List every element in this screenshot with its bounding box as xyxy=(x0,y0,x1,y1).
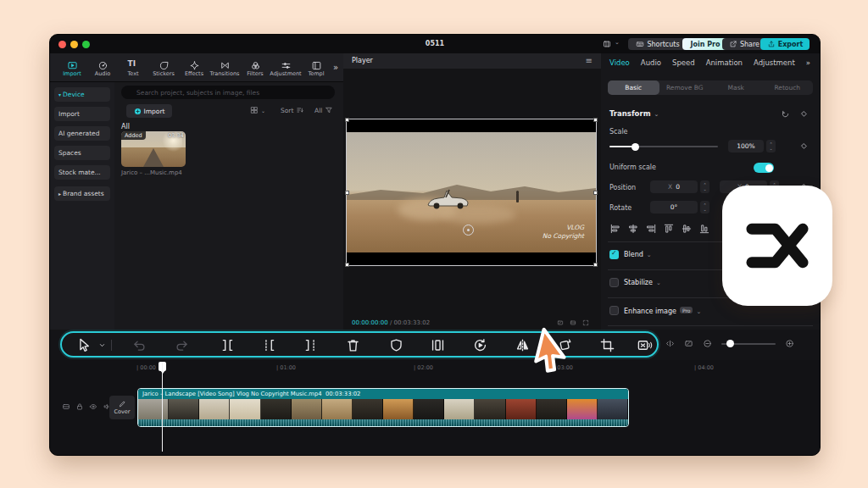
select-tool-dropdown[interactable] xyxy=(97,341,107,350)
inspector-tab-speed[interactable]: Speed xyxy=(672,58,695,67)
inspector-tab-audio[interactable]: Audio xyxy=(641,58,661,67)
select-tool[interactable] xyxy=(75,337,92,353)
nav-tab-audio[interactable]: Audio xyxy=(87,58,118,77)
sidebar-item-ai-generated[interactable]: AI generated xyxy=(54,126,110,141)
selection-handle[interactable] xyxy=(345,118,349,122)
collapse-chevron-icon[interactable]: ⌄ xyxy=(696,308,701,315)
freeze-frame-tool[interactable] xyxy=(430,337,446,353)
player-menu-icon[interactable]: ≡ xyxy=(586,53,593,69)
align-left-icon[interactable] xyxy=(609,223,621,235)
split-tool[interactable] xyxy=(220,337,236,353)
position-x-stepper[interactable]: ⌃⌄ xyxy=(700,180,709,193)
join-pro-button[interactable]: Join Pro xyxy=(682,38,728,50)
sidebar-item-brand-assets[interactable]: ▸Brand assets xyxy=(54,186,110,201)
nav-tab-text[interactable]: TIText xyxy=(118,58,148,77)
sidebar-item-import[interactable]: Import xyxy=(54,107,110,121)
keyframe-diamond-icon[interactable] xyxy=(799,109,809,119)
snap-icon[interactable] xyxy=(665,339,675,348)
ratio-icon[interactable] xyxy=(557,319,564,326)
reset-icon[interactable] xyxy=(781,109,790,119)
rotate-value-box[interactable]: 0° xyxy=(650,201,698,214)
align-top-icon[interactable] xyxy=(663,223,675,235)
scale-stepper[interactable]: ⌃⌄ xyxy=(766,140,776,152)
inspector-more-chevron-icon[interactable]: » xyxy=(806,58,810,67)
rotate-handle[interactable] xyxy=(463,225,474,236)
enhance-image-checkbox[interactable] xyxy=(609,306,619,315)
scale-slider-thumb[interactable] xyxy=(632,143,639,151)
selection-handle[interactable] xyxy=(345,263,349,267)
align-bottom-icon[interactable] xyxy=(698,223,710,235)
shortcuts-button[interactable]: Shortcuts xyxy=(628,38,687,50)
delete-left-tool[interactable] xyxy=(261,337,277,353)
hide-track-icon[interactable] xyxy=(89,402,97,411)
sidebar-item-spaces[interactable]: Spaces xyxy=(54,146,110,160)
export-button[interactable]: Export xyxy=(760,38,810,50)
timeline-video-clip[interactable]: Jarico – Landscape [Video Song] Vlog No … xyxy=(138,389,628,426)
scale-keyframe-icon[interactable] xyxy=(799,141,809,151)
fullscreen-icon[interactable] xyxy=(582,319,589,326)
nav-tab-import[interactable]: Import xyxy=(57,58,87,77)
inspector-tab-video[interactable]: Video xyxy=(609,58,630,67)
zoom-out-icon[interactable] xyxy=(703,339,712,348)
position-x-box[interactable]: X0 xyxy=(650,180,698,193)
inspector-tab-adjustment[interactable]: Adjustment xyxy=(754,58,795,67)
playhead-line[interactable] xyxy=(162,362,163,452)
redo-button[interactable] xyxy=(174,337,190,353)
sidebar-item-stock-mate-[interactable]: Stock mate... xyxy=(54,165,110,180)
crop-tool[interactable] xyxy=(599,337,615,353)
selection-handle[interactable] xyxy=(593,118,598,122)
nav-tab-adjustment[interactable]: Adjustment xyxy=(270,58,301,77)
selection-handle[interactable] xyxy=(593,191,598,195)
media-clip-thumbnail[interactable]: Added 03:34 xyxy=(121,131,186,167)
delete-right-tool[interactable] xyxy=(303,337,319,353)
inspector-subtab-mask[interactable]: Mask xyxy=(710,80,762,95)
filter-button[interactable]: All xyxy=(314,106,333,114)
timeline-zoom-slider[interactable] xyxy=(721,343,776,345)
delete-button[interactable] xyxy=(345,337,361,353)
collapse-chevron-icon[interactable]: ⌄ xyxy=(656,280,661,286)
mini-player-icon[interactable] xyxy=(570,319,576,326)
nav-more-chevron-icon[interactable]: » xyxy=(333,63,338,72)
layout-chevron-icon[interactable]: ⌄ xyxy=(615,39,620,46)
nav-tab-templ[interactable]: Templ xyxy=(301,58,331,77)
track-height-icon[interactable] xyxy=(62,402,70,411)
selection-handle[interactable] xyxy=(593,263,598,267)
stabilize-checkbox[interactable] xyxy=(609,278,619,287)
align-center-h-icon[interactable] xyxy=(627,223,639,235)
nav-tab-filters[interactable]: Filters xyxy=(240,58,270,77)
zoom-in-icon[interactable] xyxy=(785,339,794,348)
collapse-chevron-icon[interactable]: ⌄ xyxy=(647,252,652,258)
scale-value-box[interactable]: 100% xyxy=(728,140,764,152)
align-center-v-icon[interactable] xyxy=(681,223,693,235)
undo-button[interactable] xyxy=(131,337,147,353)
inspector-subtab-retouch[interactable]: Retouch xyxy=(762,80,814,95)
cover-button[interactable]: Cover xyxy=(109,396,135,419)
search-input[interactable] xyxy=(121,86,335,99)
nav-tab-effects[interactable]: Effects xyxy=(179,58,209,77)
layout-icon[interactable] xyxy=(603,40,611,48)
rotate-stepper[interactable]: ⌃⌄ xyxy=(700,201,709,214)
timeline-zoom-slider-thumb[interactable] xyxy=(726,340,734,347)
player-preview[interactable]: VLOG No Copyright xyxy=(347,119,596,265)
inspector-tab-animation[interactable]: Animation xyxy=(706,58,743,67)
align-right-icon[interactable] xyxy=(645,223,657,235)
nav-tab-stickers[interactable]: Stickers xyxy=(148,58,179,77)
collapse-chevron-icon[interactable]: ⌄ xyxy=(654,111,659,118)
player-title: Player xyxy=(343,53,601,69)
preview-axis-icon[interactable] xyxy=(684,339,693,348)
selection-handle[interactable] xyxy=(345,191,349,195)
sidebar-item-device[interactable]: ▾Device xyxy=(54,87,110,102)
mask-tool[interactable] xyxy=(388,337,404,353)
import-media-button[interactable]: Import xyxy=(126,104,172,118)
sort-button[interactable]: Sort xyxy=(281,106,304,114)
extract-audio-tool[interactable] xyxy=(637,337,653,353)
nav-tab-transitions[interactable]: Transitions xyxy=(209,58,240,77)
inspector-subtab-remove-bg[interactable]: Remove BG xyxy=(659,80,711,95)
reverse-tool[interactable] xyxy=(472,337,488,353)
uniform-scale-toggle[interactable] xyxy=(754,163,774,173)
nav-tab-audio-icon xyxy=(97,58,108,69)
lock-track-icon[interactable] xyxy=(75,402,84,411)
inspector-subtab-basic[interactable]: Basic xyxy=(608,80,659,95)
view-mode-button[interactable]: ⌄ xyxy=(250,106,265,114)
blend-checkbox[interactable] xyxy=(609,250,619,259)
